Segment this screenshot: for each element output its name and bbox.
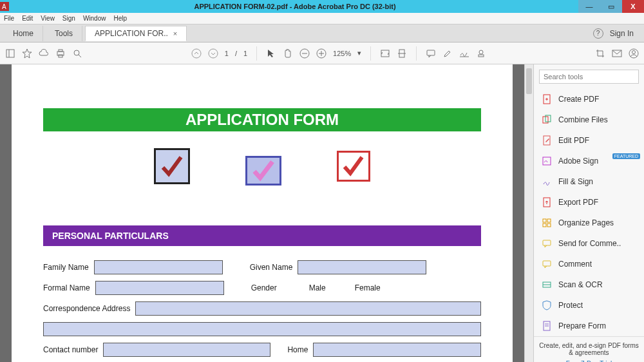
svg-rect-41 <box>543 240 551 245</box>
page-sep: / <box>235 50 237 57</box>
organize-pages-icon <box>542 218 552 228</box>
page-current[interactable]: 1 <box>225 50 229 57</box>
close-button[interactable]: X <box>622 0 644 13</box>
menu-help[interactable]: Help <box>113 15 127 22</box>
comment-icon[interactable] <box>426 48 436 59</box>
fill-sign-icon <box>542 176 552 187</box>
menu-view[interactable]: View <box>41 15 55 22</box>
checkbox-style-1[interactable] <box>154 148 190 184</box>
tool-label: Export PDF <box>558 198 598 207</box>
label-male[interactable]: Male <box>295 283 340 292</box>
tool-fill-sign[interactable]: Fill & Sign <box>534 171 644 192</box>
label-correspondence-address: Correspondence Address <box>43 304 130 313</box>
minimize-button[interactable]: — <box>578 0 600 13</box>
svg-point-8 <box>74 50 79 55</box>
tool-export-pdf[interactable]: Export PDF <box>534 192 644 213</box>
page-up-icon[interactable] <box>191 48 202 59</box>
star-icon[interactable] <box>22 48 32 59</box>
field-contact-number[interactable] <box>103 343 270 357</box>
profile-icon[interactable] <box>629 48 639 59</box>
tool-label: Protect <box>558 301 583 310</box>
zoom-caret-icon[interactable]: ▾ <box>357 49 361 57</box>
tool-label: Prepare Form <box>558 321 606 330</box>
page-down-icon[interactable] <box>208 48 218 59</box>
tool-adobe-sign[interactable]: Adobe SignFEATURED <box>534 151 644 171</box>
cloud-icon[interactable] <box>39 48 49 59</box>
svg-rect-40 <box>547 224 551 227</box>
separator <box>370 46 371 61</box>
label-female[interactable]: Female <box>345 283 390 292</box>
field-correspondence-address-1[interactable] <box>135 301 481 316</box>
sidebar-toggle-icon[interactable] <box>5 48 15 59</box>
field-family-name[interactable] <box>94 260 223 274</box>
create-pdf-icon <box>542 94 552 104</box>
zoom-out-icon[interactable] <box>299 48 310 59</box>
tool-label: Comment <box>558 260 592 269</box>
combine-files-icon <box>542 115 552 125</box>
highlight-icon[interactable] <box>442 48 453 59</box>
svg-rect-39 <box>543 224 546 227</box>
toolbar: 1 / 1 125% ▾ <box>0 43 644 64</box>
tool-scan-ocr[interactable]: Scan & OCR <box>534 274 644 295</box>
menu-sign[interactable]: Sign <box>62 15 75 22</box>
field-given-name[interactable] <box>298 260 426 274</box>
tab-document[interactable]: APPLICATION FOR.. × <box>85 26 187 41</box>
tool-label: Scan & OCR <box>558 280 603 289</box>
checkbox-style-3[interactable] <box>337 151 370 182</box>
tab-close-icon[interactable]: × <box>173 30 177 37</box>
tool-label: Organize Pages <box>558 218 614 227</box>
tab-tools[interactable]: Tools <box>46 26 82 41</box>
fit-width-icon[interactable] <box>380 48 390 59</box>
select-arrow-icon[interactable] <box>266 48 276 59</box>
mail-icon[interactable] <box>612 48 622 59</box>
vertical-scrollbar[interactable] <box>524 64 533 362</box>
window-controls: — ▭ X <box>578 0 644 13</box>
tool-comment[interactable]: Comment <box>534 254 644 274</box>
help-icon[interactable]: ? <box>593 28 603 39</box>
form-grid: Family Name Given Name Formal Name Gende… <box>43 260 481 357</box>
document-area[interactable]: APPLICATION FORM PERSONAL PARTICULARS Fa… <box>0 64 524 362</box>
tools-panel-footer: Create, edit, and e-sign PDF forms & agr… <box>534 336 644 362</box>
label-given-name: Given Name <box>250 263 293 272</box>
field-correspondence-address-2[interactable] <box>43 322 481 336</box>
menu-edit[interactable]: Edit <box>22 15 33 22</box>
search-tools-input[interactable] <box>539 70 639 84</box>
tool-protect[interactable]: Protect <box>534 295 644 316</box>
featured-badge: FEATURED <box>612 153 640 159</box>
fit-page-icon[interactable] <box>397 48 407 59</box>
signin-button[interactable]: Sign In <box>610 29 634 38</box>
tool-organize-pages[interactable]: Organize Pages <box>534 213 644 233</box>
svg-rect-42 <box>543 261 551 266</box>
doc-margin-left <box>0 64 12 362</box>
tools-panel: Create PDF Combine Files Edit PDF Adobe … <box>533 64 644 362</box>
label-contact-number: Contact number <box>43 345 98 354</box>
tool-combine-files[interactable]: Combine Files <box>534 110 644 130</box>
menu-file[interactable]: File <box>4 15 14 22</box>
field-home[interactable] <box>313 343 481 357</box>
toolbar-nav-group: 1 / 1 125% ▾ <box>191 46 486 61</box>
search-icon[interactable] <box>72 48 82 59</box>
footer-text: Create, edit, and e-sign PDF forms & agr… <box>539 342 639 356</box>
tab-home[interactable]: Home <box>4 26 43 41</box>
sign-icon[interactable] <box>459 48 469 59</box>
stamp-icon[interactable] <box>476 48 486 59</box>
svg-point-10 <box>192 49 201 58</box>
zoom-in-icon[interactable] <box>316 48 327 59</box>
hand-icon[interactable] <box>283 48 293 59</box>
tool-send-for-comments[interactable]: Send for Comme.. <box>534 233 644 254</box>
svg-line-9 <box>79 55 81 57</box>
field-formal-name[interactable] <box>95 281 224 295</box>
zoom-value[interactable]: 125% <box>333 50 351 57</box>
maximize-button[interactable]: ▭ <box>600 0 622 13</box>
tool-prepare-form[interactable]: Prepare Form <box>534 316 644 336</box>
pdf-page: APPLICATION FORM PERSONAL PARTICULARS Fa… <box>11 64 513 362</box>
toolbar-left-group <box>5 48 82 59</box>
tool-edit-pdf[interactable]: Edit PDF <box>534 130 644 151</box>
checkbox-style-2[interactable] <box>245 156 281 186</box>
print-icon[interactable] <box>55 48 66 59</box>
crop-icon[interactable] <box>595 48 605 59</box>
tool-create-pdf[interactable]: Create PDF <box>534 89 644 110</box>
window-title: APPLICATION FORM-02.pdf - Adobe Acrobat … <box>12 3 578 10</box>
svg-rect-37 <box>543 219 546 222</box>
menu-window[interactable]: Window <box>83 15 106 22</box>
